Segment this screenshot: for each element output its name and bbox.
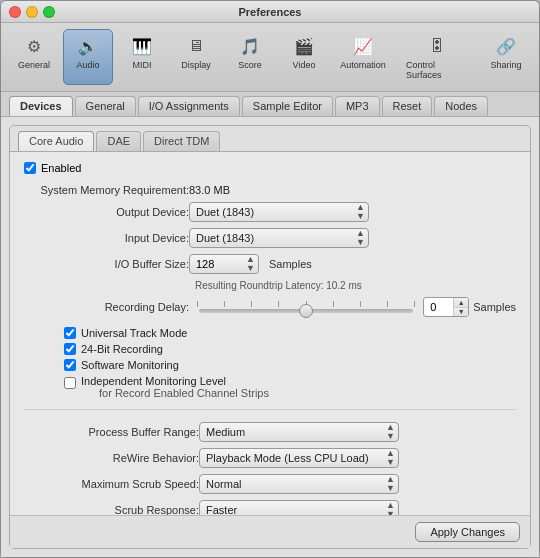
- scrub-response-select-wrapper: Faster ▲▼: [199, 500, 399, 515]
- window-title: Preferences: [239, 6, 302, 18]
- rewire-row: ReWire Behavior: Playback Mode (Less CPU…: [24, 448, 516, 468]
- tab-reset[interactable]: Reset: [382, 96, 433, 116]
- input-device-row: Input Device: Duet (1843) ▲▼: [24, 228, 516, 248]
- outer-tab-bar: Devices General I/O Assignments Sample E…: [1, 92, 539, 117]
- control-surfaces-icon: 🎛: [425, 34, 449, 58]
- recording-delay-spinner: 0 ▲ ▼: [423, 297, 469, 317]
- toolbar-automation-label: Automation: [340, 60, 386, 70]
- tick-2: [224, 301, 225, 307]
- toolbar-audio[interactable]: 🔊 Audio: [63, 29, 113, 85]
- slider-container: [189, 301, 423, 313]
- toolbar-general[interactable]: ⚙ General: [9, 29, 59, 85]
- system-memory-row: System Memory Requirement: 83.0 MB: [24, 184, 516, 196]
- slider-thumb[interactable]: [299, 304, 313, 318]
- rewire-select[interactable]: Playback Mode (Less CPU Load): [199, 448, 399, 468]
- software-monitoring-label[interactable]: Software Monitoring: [81, 359, 179, 371]
- inner-tab-bar: Core Audio DAE Direct TDM: [10, 126, 530, 152]
- scrub-response-value: Faster: [206, 504, 237, 515]
- universal-track-label[interactable]: Universal Track Mode: [81, 327, 187, 339]
- tab-sample-editor[interactable]: Sample Editor: [242, 96, 333, 116]
- toolbar-general-label: General: [18, 60, 50, 70]
- minimize-button[interactable]: [26, 6, 38, 18]
- video-icon: 🎬: [292, 34, 316, 58]
- midi-icon: 🎹: [130, 34, 154, 58]
- process-buffer-value: Medium: [206, 426, 245, 438]
- inner-tab-dae[interactable]: DAE: [96, 131, 141, 151]
- tab-io-assignments[interactable]: I/O Assignments: [138, 96, 240, 116]
- inner-tab-core-audio[interactable]: Core Audio: [18, 131, 94, 151]
- tick-1: [197, 301, 198, 307]
- tick-3: [251, 301, 252, 307]
- recording-delay-label: Recording Delay:: [24, 301, 189, 313]
- traffic-lights: [9, 6, 55, 18]
- independent-monitoring-labels: Independent Monitoring Level for Record …: [81, 375, 269, 399]
- input-device-select[interactable]: Duet (1843): [189, 228, 369, 248]
- output-device-select[interactable]: Duet (1843): [189, 202, 369, 222]
- slider-track[interactable]: [199, 309, 413, 313]
- io-buffer-select[interactable]: 128: [189, 254, 259, 274]
- tab-general[interactable]: General: [75, 96, 136, 116]
- tab-mp3[interactable]: MP3: [335, 96, 380, 116]
- 24bit-label[interactable]: 24-Bit Recording: [81, 343, 163, 355]
- tab-devices[interactable]: Devices: [9, 96, 73, 116]
- sharing-icon: 🔗: [494, 34, 518, 58]
- enabled-checkbox[interactable]: [24, 162, 36, 174]
- input-device-label: Input Device:: [24, 232, 189, 244]
- 24bit-checkbox[interactable]: [64, 343, 76, 355]
- rewire-value: Playback Mode (Less CPU Load): [206, 452, 369, 464]
- tab-nodes[interactable]: Nodes: [434, 96, 488, 116]
- tick-7: [360, 301, 361, 307]
- title-bar: Preferences: [1, 1, 539, 23]
- toolbar-score-label: Score: [238, 60, 262, 70]
- toolbar-automation[interactable]: 📈 Automation: [333, 29, 393, 85]
- toolbar-control-surfaces[interactable]: 🎛 Control Surfaces: [397, 29, 477, 85]
- scrub-response-select[interactable]: Faster: [199, 500, 399, 515]
- enabled-label[interactable]: Enabled: [41, 162, 81, 174]
- apply-bar: Apply Changes: [10, 515, 530, 548]
- toolbar-score[interactable]: 🎵 Score: [225, 29, 275, 85]
- spinner-up[interactable]: ▲: [454, 298, 468, 308]
- rewire-label: ReWire Behavior:: [24, 452, 199, 464]
- io-buffer-select-wrapper: 128 ▲▼: [189, 254, 259, 274]
- software-monitoring-row: Software Monitoring: [24, 359, 516, 371]
- process-buffer-label: Process Buffer Range:: [24, 426, 199, 438]
- bottom-form: Process Buffer Range: Medium ▲▼ ReWire B…: [24, 418, 516, 515]
- max-scrub-label: Maximum Scrub Speed:: [24, 478, 199, 490]
- input-device-select-wrapper: Duet (1843) ▲▼: [189, 228, 369, 248]
- universal-track-checkbox[interactable]: [64, 327, 76, 339]
- toolbar-sharing-label: Sharing: [490, 60, 521, 70]
- toolbar-midi[interactable]: 🎹 MIDI: [117, 29, 167, 85]
- process-buffer-row: Process Buffer Range: Medium ▲▼: [24, 422, 516, 442]
- inner-tab-direct-tdm[interactable]: Direct TDM: [143, 131, 220, 151]
- close-button[interactable]: [9, 6, 21, 18]
- toolbar-audio-label: Audio: [76, 60, 99, 70]
- independent-monitoring-section: Independent Monitoring Level for Record …: [24, 375, 516, 399]
- scrub-response-label: Scrub Response:: [24, 504, 199, 515]
- toolbar-sharing[interactable]: 🔗 Sharing: [481, 29, 531, 85]
- output-device-value: Duet (1843): [196, 206, 254, 218]
- general-icon: ⚙: [22, 34, 46, 58]
- software-monitoring-checkbox[interactable]: [64, 359, 76, 371]
- system-memory-label: System Memory Requirement:: [24, 184, 189, 196]
- audio-icon: 🔊: [76, 34, 100, 58]
- process-buffer-select[interactable]: Medium: [199, 422, 399, 442]
- apply-changes-button[interactable]: Apply Changes: [415, 522, 520, 542]
- io-buffer-label: I/O Buffer Size:: [24, 258, 189, 270]
- maximize-button[interactable]: [43, 6, 55, 18]
- max-scrub-row: Maximum Scrub Speed: Normal ▲▼: [24, 474, 516, 494]
- io-buffer-value: 128: [196, 258, 214, 270]
- samples-label: Samples: [269, 258, 312, 270]
- spinner-down[interactable]: ▼: [454, 308, 468, 317]
- tick-8: [387, 301, 388, 307]
- content-area: Core Audio DAE Direct TDM Enabled System…: [1, 117, 539, 557]
- enabled-row: Enabled: [24, 162, 516, 174]
- max-scrub-select[interactable]: Normal: [199, 474, 399, 494]
- toolbar-video[interactable]: 🎬 Video: [279, 29, 329, 85]
- io-buffer-controls: 128 ▲▼ Samples: [189, 254, 312, 274]
- rewire-select-wrapper: Playback Mode (Less CPU Load) ▲▼: [199, 448, 399, 468]
- automation-icon: 📈: [351, 34, 375, 58]
- independent-monitoring-checkbox[interactable]: [64, 377, 76, 389]
- recording-delay-value[interactable]: 0: [424, 298, 454, 316]
- latency-text: Resulting Roundtrip Latency: 10.2 ms: [30, 280, 516, 291]
- toolbar-display[interactable]: 🖥 Display: [171, 29, 221, 85]
